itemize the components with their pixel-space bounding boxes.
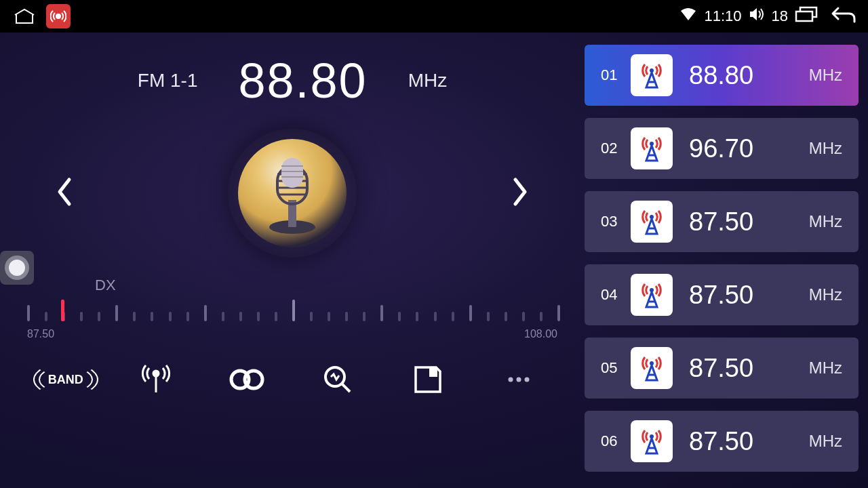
svg-point-13 xyxy=(153,371,159,376)
save-button[interactable] xyxy=(401,359,455,400)
preset-unit: MHz xyxy=(809,432,842,451)
dx-label: DX xyxy=(95,277,571,294)
preset-unit: MHz xyxy=(809,66,842,85)
preset-01[interactable]: 01 88.80 MHz xyxy=(585,45,859,106)
frequency-display: FM 1-1 88.80 MHz xyxy=(14,53,571,108)
tuning-scale[interactable]: 87.50 108.00 xyxy=(14,300,571,340)
preset-unit: MHz xyxy=(809,359,842,378)
preset-04[interactable]: 04 87.50 MHz xyxy=(585,264,859,325)
status-time: 11:10 xyxy=(704,7,741,25)
svg-point-21 xyxy=(517,378,521,382)
antenna-icon xyxy=(631,420,673,462)
station-artwork xyxy=(228,129,357,258)
volume-icon xyxy=(749,7,765,26)
wifi-icon xyxy=(679,7,697,26)
antenna-icon xyxy=(631,201,673,243)
preset-number: 03 xyxy=(601,213,631,230)
svg-point-20 xyxy=(509,378,513,382)
preset-number: 01 xyxy=(601,66,631,84)
toolbar: BAND xyxy=(14,359,571,400)
signal-button[interactable] xyxy=(129,359,183,400)
antenna-icon xyxy=(631,54,673,96)
scan-button[interactable] xyxy=(311,359,365,400)
preset-unit: MHz xyxy=(809,139,842,158)
antenna-icon xyxy=(631,127,673,169)
preset-06[interactable]: 06 87.50 MHz xyxy=(585,411,859,472)
back-icon[interactable] xyxy=(830,5,857,27)
more-button[interactable] xyxy=(492,359,546,400)
antenna-icon xyxy=(631,347,673,389)
svg-point-22 xyxy=(525,378,530,382)
svg-point-0 xyxy=(56,14,60,18)
preset-list: 01 88.80 MHz 02 xyxy=(585,33,868,488)
scale-min: 87.50 xyxy=(27,328,54,340)
radio-app-icon[interactable] xyxy=(46,4,71,28)
next-button[interactable] xyxy=(496,162,544,224)
svg-line-18 xyxy=(342,384,350,392)
preset-03[interactable]: 03 87.50 MHz xyxy=(585,191,859,252)
stereo-button[interactable] xyxy=(220,359,274,400)
preset-02[interactable]: 02 96.70 MHz xyxy=(585,118,859,179)
status-bar: 11:10 18 xyxy=(0,0,868,33)
preset-number: 04 xyxy=(601,286,631,304)
preset-frequency: 87.50 xyxy=(689,281,809,310)
preset-05[interactable]: 05 87.50 MHz xyxy=(585,338,859,399)
recents-icon[interactable] xyxy=(795,6,818,26)
preset-unit: MHz xyxy=(809,212,842,231)
band-label: FM 1-1 xyxy=(138,70,198,92)
preset-frequency: 87.50 xyxy=(689,354,809,383)
assistive-touch[interactable] xyxy=(0,251,34,285)
scale-max: 108.00 xyxy=(524,328,557,340)
frequency-value: 88.80 xyxy=(238,53,367,108)
preset-number: 05 xyxy=(601,359,631,377)
preset-number: 06 xyxy=(601,432,631,450)
frequency-unit: MHz xyxy=(408,70,448,92)
svg-rect-9 xyxy=(281,158,303,188)
antenna-icon xyxy=(631,274,673,316)
preset-number: 02 xyxy=(601,140,631,157)
home-icon[interactable] xyxy=(11,7,38,26)
preset-frequency: 96.70 xyxy=(689,134,809,163)
svg-rect-1 xyxy=(796,12,812,21)
preset-frequency: 87.50 xyxy=(689,207,809,237)
preset-frequency: 88.80 xyxy=(689,61,809,90)
band-button[interactable]: BAND xyxy=(39,359,93,400)
status-volume: 18 xyxy=(772,7,788,25)
prev-button[interactable] xyxy=(41,162,88,224)
preset-unit: MHz xyxy=(809,285,842,304)
preset-frequency: 87.50 xyxy=(689,427,809,456)
svg-rect-19 xyxy=(429,367,437,377)
